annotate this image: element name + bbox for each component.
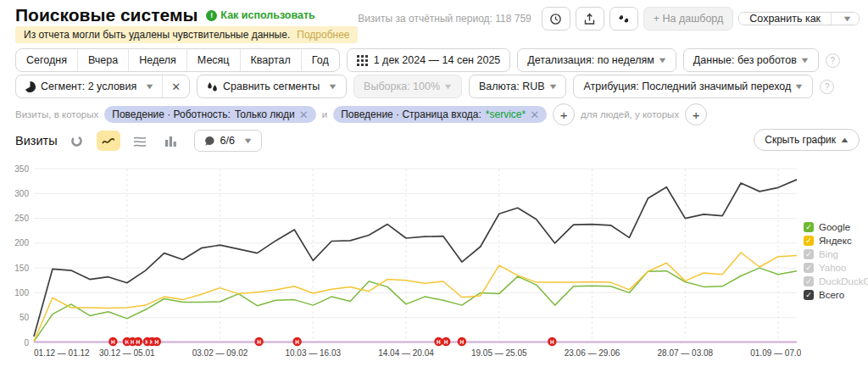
- chevron-down-icon: ▼: [242, 136, 253, 145]
- note-marker-glyph: Н: [460, 339, 465, 345]
- x-axis-tick: 10.03 — 16.03: [285, 348, 341, 358]
- visits-chart[interactable]: 05010015020025030035001.12 — 01.1230.12 …: [0, 161, 801, 367]
- note-marker-glyph: Н: [155, 339, 159, 345]
- help-icon[interactable]: ?: [826, 53, 840, 68]
- add-people-filter-button[interactable]: +: [685, 103, 707, 125]
- data-mode-dropdown[interactable]: Данные: без роботов ▼: [683, 48, 819, 72]
- segment-controls: Сегмент: 2 условия ▼ ✕ Сравнить сегменты…: [15, 75, 834, 98]
- export-button[interactable]: [576, 7, 604, 31]
- compare-segments-dropdown[interactable]: Сравнить сегменты ▼: [197, 75, 347, 98]
- date-preset-1[interactable]: Вчера: [77, 49, 128, 71]
- remove-filter-icon[interactable]: ✕: [530, 108, 539, 121]
- chip-value: *service*: [486, 108, 526, 120]
- legend-label: Bing: [819, 249, 838, 259]
- x-axis-tick: 23.06 — 29.06: [565, 348, 620, 358]
- legend-item-Bing[interactable]: ✓Bing: [804, 249, 868, 259]
- segment-clear-button[interactable]: ✕: [162, 75, 189, 97]
- legend-checkbox[interactable]: ✓: [804, 276, 814, 286]
- y-axis-tick: 250: [14, 214, 29, 223]
- help-icon[interactable]: ?: [820, 80, 834, 94]
- history-button[interactable]: [542, 7, 570, 31]
- period-controls: СегодняВчераНеделяМесяцКварталГод 1 дек …: [15, 48, 840, 72]
- notes-markers-button[interactable]: [609, 7, 638, 31]
- chevron-down-icon: ▼: [799, 56, 810, 64]
- calendar-grid-icon: [357, 55, 368, 66]
- x-axis-tick: 14.04 — 20.04: [378, 348, 434, 358]
- bar-chart-type-button[interactable]: [159, 131, 183, 151]
- stacked-chart-type-button[interactable]: [128, 131, 152, 151]
- for-people-label: для людей, у которых: [581, 109, 679, 120]
- save-as-dropdown[interactable]: ▼: [831, 13, 859, 25]
- date-preset-4[interactable]: Квартал: [240, 49, 301, 71]
- date-preset-5[interactable]: Год: [301, 49, 339, 71]
- filter-chip-entry-page[interactable]: Поведение · Страница входа: *service* ✕: [333, 106, 547, 123]
- date-preset-2[interactable]: Неделя: [128, 49, 186, 71]
- chevron-down-icon: ▼: [327, 82, 337, 91]
- header-actions: Визиты за отчётный период: 118 759 + На …: [358, 7, 860, 31]
- date-preset-3[interactable]: Месяц: [186, 49, 240, 71]
- note-marker-glyph: Н: [444, 339, 448, 345]
- comment-bubble-icon: [204, 136, 215, 147]
- how-to-use-link[interactable]: ! Как использовать: [206, 9, 314, 21]
- add-visit-filter-button[interactable]: +: [553, 103, 575, 125]
- sampling-dropdown: Выборка: 100% ▼: [353, 75, 462, 98]
- remove-filter-icon[interactable]: ✕: [299, 108, 309, 121]
- bar-chart-icon: [164, 136, 177, 147]
- x-axis-tick: 01.12 — 01.12: [34, 348, 90, 358]
- chevron-down-icon: ▼: [442, 82, 453, 91]
- legend-label: Яндекс: [819, 236, 852, 246]
- legend-item-Всего[interactable]: ✓Всего: [804, 290, 868, 300]
- how-to-use-label: Как использовать: [220, 9, 314, 21]
- visits-in-which-label: Визиты, в которых: [15, 109, 98, 120]
- legend-checkbox[interactable]: ✓: [804, 263, 814, 273]
- line-chart-canvas[interactable]: 05010015020025030035001.12 — 01.1230.12 …: [0, 161, 801, 367]
- currency-dropdown[interactable]: Валюта: RUB ▼: [469, 75, 566, 98]
- notes-dropdown[interactable]: 6/6 ▼: [194, 130, 262, 152]
- chevron-down-icon: ▼: [144, 82, 154, 91]
- data-mode-label: Данные: без роботов: [693, 54, 797, 66]
- y-axis-tick: 150: [14, 264, 29, 273]
- line-chart-type-button[interactable]: [97, 131, 120, 151]
- banner-more-link[interactable]: Подробнее: [297, 29, 349, 41]
- segment-dropdown[interactable]: Сегмент: 2 условия ▼: [16, 75, 162, 97]
- hide-chart-button[interactable]: Скрыть график ▲: [754, 129, 860, 151]
- attribution-dropdown[interactable]: Атрибуция: Последний значимый переход ▼: [573, 75, 813, 98]
- legend-item-DuckDuckGo[interactable]: ✓DuckDuckGo: [804, 276, 868, 286]
- chart-legend: ✓Google✓Яндекс✓Bing✓Yahoo✓DuckDuckGo✓Все…: [804, 222, 868, 300]
- note-marker-glyph: Н: [111, 339, 115, 345]
- filter-chip-robots[interactable]: Поведение · Роботность: Только люди ✕: [104, 106, 315, 123]
- and-label: и: [322, 109, 327, 120]
- date-range-label: 1 дек 2024 — 14 сен 2025: [374, 54, 501, 66]
- y-axis-tick: 200: [14, 238, 29, 247]
- compare-label: Сравнить сегменты: [223, 81, 320, 92]
- legend-checkbox[interactable]: ✓: [804, 249, 814, 259]
- line-chart-icon: [102, 136, 115, 147]
- legend-label: DuckDuckGo: [819, 276, 868, 286]
- chevron-up-icon: ▲: [839, 136, 849, 144]
- detail-dropdown[interactable]: Детализация: по неделям ▼: [517, 48, 676, 72]
- note-marker-glyph: Н: [437, 339, 441, 345]
- legend-checkbox[interactable]: ✓: [804, 222, 814, 232]
- y-axis-tick: 0: [24, 338, 29, 348]
- series-line-Яндекс[interactable]: [34, 253, 797, 342]
- x-axis-tick: 01.09 — 07.09: [750, 348, 801, 358]
- segment-pie-icon: [25, 81, 36, 92]
- save-as-button[interactable]: Сохранить как: [739, 13, 831, 25]
- legend-item-Google[interactable]: ✓Google: [804, 222, 868, 232]
- pie-chart-type-button[interactable]: [65, 131, 89, 151]
- hide-chart-label: Скрыть график: [765, 134, 836, 146]
- series-line-Всего[interactable]: [34, 180, 797, 336]
- add-to-dashboard-button[interactable]: + На дашборд: [643, 7, 734, 31]
- legend-label: Yahoo: [819, 263, 846, 273]
- stacked-area-icon: [133, 136, 147, 147]
- legend-label: Google: [819, 222, 850, 232]
- x-axis-tick: 03.02 — 09.02: [192, 348, 248, 358]
- pie-chart-icon: [70, 135, 83, 147]
- legend-checkbox[interactable]: ✓: [804, 290, 814, 300]
- page-title: Поисковые системы: [15, 5, 198, 25]
- legend-item-Яндекс[interactable]: ✓Яндекс: [804, 236, 868, 246]
- date-range-button[interactable]: 1 дек 2024 — 14 сен 2025: [347, 48, 511, 72]
- legend-checkbox[interactable]: ✓: [804, 236, 814, 246]
- legend-item-Yahoo[interactable]: ✓Yahoo: [804, 263, 868, 273]
- date-preset-0[interactable]: Сегодня: [16, 49, 77, 71]
